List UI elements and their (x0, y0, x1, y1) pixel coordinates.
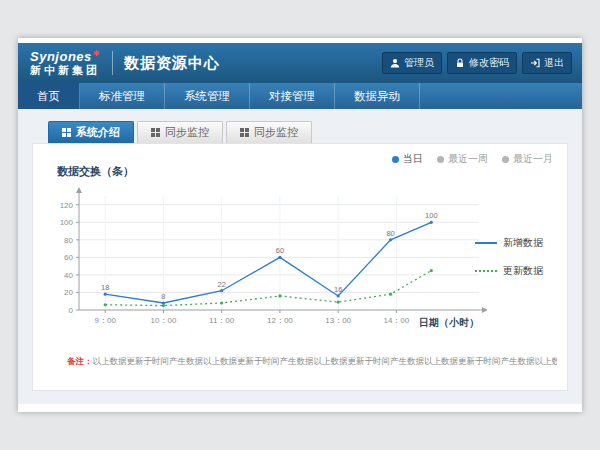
svg-text:80: 80 (386, 229, 394, 238)
svg-text:60: 60 (64, 253, 73, 262)
series-label: 新增数据 (503, 236, 543, 250)
logout-button[interactable]: 退出 (522, 52, 572, 74)
header-divider (112, 51, 113, 75)
dot-icon (502, 156, 509, 163)
svg-text:120: 120 (60, 201, 74, 210)
footnote: 备注：以上数据更新于时间产生数据以上数据更新于时间产生数据以上数据更新于时间产生… (67, 356, 557, 368)
lock-icon (455, 58, 465, 68)
grid-icon (62, 127, 71, 139)
tab-label: 同步监控 (165, 125, 209, 140)
svg-text:80: 80 (64, 236, 73, 245)
svg-text:14：00: 14：00 (383, 316, 409, 325)
page-title: 数据资源中心 (124, 54, 220, 73)
user-icon (390, 58, 400, 68)
logo-wordmark: Synjones (30, 49, 92, 64)
chart-panel: 当日 最近一周 最近一月 数据交换（条） 0204060801001209：00… (32, 143, 568, 391)
nav-item-data-changes[interactable]: 数据异动 (335, 83, 420, 109)
svg-text:10：00: 10：00 (151, 316, 177, 325)
change-password-label: 修改密码 (469, 56, 509, 70)
blue-line-icon (475, 242, 497, 244)
admin-button-label: 管理员 (404, 56, 434, 70)
time-filter-legend: 当日 最近一周 最近一月 (392, 152, 553, 166)
tab-sync-monitor-2[interactable]: 同步监控 (226, 121, 312, 143)
admin-button[interactable]: 管理员 (382, 52, 442, 74)
logo-text: Synjones✱ (30, 50, 100, 65)
svg-text:60: 60 (276, 246, 284, 255)
logo-mark-icon: ✱ (93, 49, 100, 58)
line-chart: 0204060801001209：0010：0011：0012：0013：001… (47, 184, 487, 334)
note-label: 备注： (67, 356, 93, 366)
nav-item-integration-mgmt[interactable]: 对接管理 (250, 83, 335, 109)
logout-icon (530, 58, 540, 68)
filter-today[interactable]: 当日 (392, 152, 423, 166)
svg-text:40: 40 (64, 271, 73, 280)
svg-text:8: 8 (161, 292, 165, 301)
nav-item-home[interactable]: 首页 (18, 83, 80, 109)
legend-updated-data[interactable]: 更新数据 (475, 264, 559, 278)
series-label: 更新数据 (503, 264, 543, 278)
svg-text:100: 100 (425, 211, 438, 220)
logout-label: 退出 (544, 56, 564, 70)
company-logo: Synjones✱ 新中新集团 (30, 50, 100, 77)
tab-system-intro[interactable]: 系统介绍 (48, 121, 134, 143)
main-nav: 首页 标准管理 系统管理 对接管理 数据异动 (18, 83, 582, 109)
note-text: 以上数据更新于时间产生数据以上数据更新于时间产生数据以上数据更新于时间产生数据以… (93, 356, 558, 366)
svg-text:16: 16 (334, 285, 342, 294)
tab-label: 同步监控 (254, 125, 298, 140)
svg-text:13：00: 13：00 (325, 316, 351, 325)
green-dotted-line-icon (475, 270, 497, 272)
svg-text:12：00: 12：00 (267, 316, 293, 325)
change-password-button[interactable]: 修改密码 (447, 52, 517, 74)
nav-item-standard-mgmt[interactable]: 标准管理 (80, 83, 165, 109)
app-window: Synjones✱ 新中新集团 数据资源中心 管理员 修改密码 退出 首页 标准… (18, 38, 582, 412)
svg-text:0: 0 (69, 306, 74, 315)
filter-label: 最近一月 (513, 152, 553, 166)
tab-sync-monitor-1[interactable]: 同步监控 (137, 121, 223, 143)
svg-text:18: 18 (101, 283, 109, 292)
logo-subtext: 新中新集团 (30, 64, 100, 76)
app-header: Synjones✱ 新中新集团 数据资源中心 管理员 修改密码 退出 (18, 43, 582, 83)
series-legend: 新增数据 更新数据 (475, 236, 559, 278)
grid-icon (151, 127, 160, 139)
nav-item-system-mgmt[interactable]: 系统管理 (165, 83, 250, 109)
filter-last-week[interactable]: 最近一周 (437, 152, 488, 166)
grid-icon (240, 127, 249, 139)
y-axis-title: 数据交换（条） (57, 164, 134, 179)
svg-text:20: 20 (64, 288, 73, 297)
svg-text:11：00: 11：00 (209, 316, 235, 325)
tab-bar: 系统介绍 同步监控 同步监控 (48, 121, 568, 143)
dot-icon (437, 156, 444, 163)
svg-text:22: 22 (218, 280, 226, 289)
svg-text:100: 100 (60, 218, 74, 227)
filter-label: 当日 (403, 152, 423, 166)
legend-new-data[interactable]: 新增数据 (475, 236, 559, 250)
filter-label: 最近一周 (448, 152, 488, 166)
header-actions: 管理员 修改密码 退出 (382, 52, 572, 74)
tab-label: 系统介绍 (76, 125, 120, 140)
x-axis-title: 日期（小时） (419, 316, 479, 330)
svg-text:9：00: 9：00 (95, 316, 117, 325)
dot-icon (392, 156, 399, 163)
content-area: 系统介绍 同步监控 同步监控 当日 最近一周 (18, 109, 582, 404)
filter-last-month[interactable]: 最近一月 (502, 152, 553, 166)
